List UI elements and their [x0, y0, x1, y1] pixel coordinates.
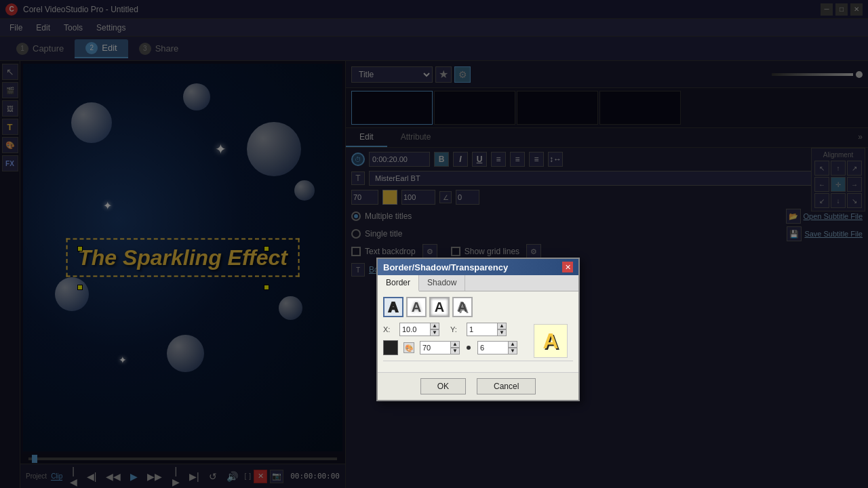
- bst-color-swatch[interactable]: [383, 340, 398, 355]
- bst-blur-up[interactable]: ▲: [508, 341, 517, 348]
- bst-blur-spinbox: ▲ ▼: [477, 341, 517, 354]
- bst-tab-border[interactable]: Border: [378, 275, 419, 291]
- bst-close-button[interactable]: ✕: [562, 262, 573, 272]
- bst-size-up[interactable]: ▲: [450, 341, 460, 348]
- bst-x-label: X:: [383, 325, 394, 333]
- bst-blur-spin-btns: ▲ ▼: [508, 341, 517, 354]
- bst-inner-content: A A A A A X: ▲ ▼: [383, 297, 573, 361]
- bst-x-input[interactable]: [399, 323, 430, 336]
- bst-y-label: Y:: [450, 325, 461, 333]
- bst-y-spin-btns: ▲ ▼: [497, 323, 507, 336]
- bst-ok-button[interactable]: OK: [420, 378, 466, 394]
- dot-separator: [467, 346, 471, 350]
- bst-preview-letter: A: [542, 329, 558, 354]
- dialog-overlay: Border/Shadow/Transparency ✕ Border Shad…: [0, 0, 868, 488]
- bst-y-up[interactable]: ▲: [497, 323, 507, 329]
- bst-blur-input[interactable]: [477, 341, 508, 354]
- bst-blur-down[interactable]: ▼: [508, 348, 517, 354]
- style-btn-1[interactable]: A: [383, 297, 403, 317]
- bst-title-bar: Border/Shadow/Transparency ✕: [378, 259, 578, 275]
- bst-size-spinbox: ▲ ▼: [420, 341, 460, 354]
- bst-y-down[interactable]: ▼: [497, 329, 507, 336]
- bst-y-spinbox: ▲ ▼: [467, 323, 507, 336]
- style-btn-3[interactable]: A: [429, 297, 450, 317]
- style-btn-2[interactable]: A: [406, 297, 427, 317]
- bst-size-down[interactable]: ▼: [450, 348, 460, 354]
- bst-color-picker-btn[interactable]: 🎨: [403, 342, 414, 353]
- bst-style-row: A A A A: [383, 297, 573, 317]
- bst-dialog-title: Border/Shadow/Transparency: [383, 262, 508, 272]
- style-btn-4[interactable]: A: [452, 297, 473, 317]
- bst-btn-row: OK Cancel: [378, 372, 578, 400]
- bst-x-spinbox: ▲ ▼: [399, 323, 439, 336]
- bst-tab-shadow[interactable]: Shadow: [419, 275, 465, 291]
- bst-x-up[interactable]: ▲: [430, 323, 439, 329]
- bst-tabs: Border Shadow: [378, 275, 578, 291]
- bst-content: A A A A A X: ▲ ▼: [378, 291, 578, 372]
- bst-x-spin-btns: ▲ ▼: [430, 323, 439, 336]
- bst-cancel-button[interactable]: Cancel: [477, 378, 536, 394]
- bst-x-down[interactable]: ▼: [430, 329, 439, 336]
- bst-size-spin-btns: ▲ ▼: [450, 341, 460, 354]
- bst-preview: A: [534, 324, 568, 358]
- bst-size-input[interactable]: [420, 341, 450, 354]
- bst-separator: [383, 361, 573, 361]
- bst-y-input[interactable]: [467, 323, 497, 336]
- bst-dialog: Border/Shadow/Transparency ✕ Border Shad…: [376, 258, 580, 401]
